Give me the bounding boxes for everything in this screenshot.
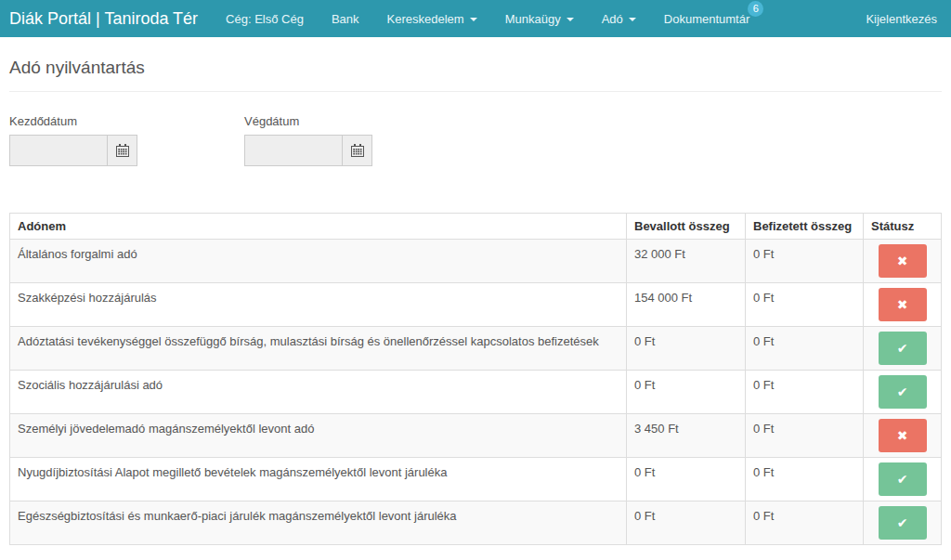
status-paid-button[interactable]: ✔: [879, 462, 927, 496]
declared-amount-cell: 32 000 Ft: [627, 240, 746, 283]
table-row: Szociális hozzájárulási adó 0 Ft 0 Ft ✔: [10, 371, 942, 414]
status-unpaid-button[interactable]: ✖: [879, 244, 927, 278]
divider: [9, 91, 942, 92]
end-date-input[interactable]: [244, 135, 343, 166]
nav-item-ceg-elso-ceg[interactable]: Cég: Első Cég: [226, 12, 304, 26]
declared-amount-cell: 0 Ft: [627, 371, 746, 414]
table-row: Személyi jövedelemadó magánszemélyektől …: [10, 414, 942, 458]
table-header-row: Adónem Bevallott összeg Befizetett össze…: [10, 214, 942, 240]
status-cell: ✖: [864, 240, 942, 283]
column-header-tax-name: Adónem: [10, 214, 627, 240]
notification-badge: 6: [748, 1, 763, 17]
declared-amount-cell: 3 450 Ft: [627, 414, 746, 458]
end-date-label: Végdátum: [244, 114, 372, 128]
date-filters: Kezdődátum: [9, 114, 942, 166]
paid-amount-cell: 0 Ft: [746, 327, 864, 371]
nav-item-label: Dokumentumtár: [664, 12, 749, 26]
declared-amount-cell: 0 Ft: [627, 458, 746, 501]
page-content: Adó nyilvántartás Kezdődátum: [0, 58, 951, 545]
status-paid-button[interactable]: ✔: [879, 375, 927, 409]
paid-amount-cell: 0 Ft: [746, 458, 864, 501]
calendar-icon: [116, 144, 129, 157]
status-cell: ✔: [864, 371, 942, 414]
table-row: Adóztatási tevékenységgel összefüggő bír…: [10, 327, 942, 371]
tax-name-cell: Személyi jövedelemadó magánszemélyektől …: [10, 414, 627, 458]
paid-amount-cell: 0 Ft: [746, 501, 864, 545]
page-title: Adó nyilvántartás: [9, 58, 942, 78]
column-header-paid-amount: Befizetett összeg: [746, 214, 864, 240]
tax-name-cell: Általános forgalmi adó: [10, 240, 627, 283]
tax-name-cell: Szakképzési hozzájárulás: [10, 283, 627, 327]
table-row: Nyugdíjbiztosítási Alapot megillető bevé…: [10, 458, 942, 501]
status-cell: ✔: [864, 501, 942, 545]
nav-item-ado[interactable]: Adó: [602, 12, 636, 26]
paid-amount-cell: 0 Ft: [746, 414, 864, 458]
status-cell: ✔: [864, 458, 942, 501]
status-paid-button[interactable]: ✔: [879, 506, 927, 540]
column-header-status: Státusz: [864, 214, 942, 240]
nav-item-munkaugy[interactable]: Munkaügy: [505, 12, 574, 26]
status-paid-button[interactable]: ✔: [879, 332, 927, 365]
tax-name-cell: Egészségbiztosítási és munkaerő-piaci já…: [10, 501, 627, 545]
status-unpaid-button[interactable]: ✖: [879, 419, 927, 452]
start-date-input[interactable]: [9, 135, 108, 166]
nav-item-label: Adó: [602, 12, 623, 26]
tax-table: Adónem Bevallott összeg Befizetett össze…: [9, 213, 942, 545]
start-date-filter: Kezdődátum: [9, 114, 137, 166]
start-date-label: Kezdődátum: [9, 114, 137, 128]
status-cell: ✖: [864, 283, 942, 327]
main-nav: Cég: Első Cég Bank Kereskedelem Munkaügy…: [226, 12, 749, 26]
declared-amount-cell: 0 Ft: [627, 501, 746, 545]
paid-amount-cell: 0 Ft: [746, 371, 864, 414]
column-header-declared-amount: Bevallott összeg: [627, 214, 746, 240]
end-date-input-group: [244, 135, 372, 166]
tax-name-cell: Szociális hozzájárulási adó: [10, 371, 627, 414]
table-row: Általános forgalmi adó 32 000 Ft 0 Ft ✖: [10, 240, 942, 283]
chevron-down-icon: [567, 18, 574, 21]
logout-link[interactable]: Kijelentkezés: [866, 12, 937, 26]
end-date-calendar-button[interactable]: [342, 135, 372, 166]
tax-name-cell: Nyugdíjbiztosítási Alapot megillető bevé…: [10, 458, 627, 501]
nav-item-label: Munkaügy: [505, 12, 561, 26]
nav-item-bank[interactable]: Bank: [332, 12, 359, 26]
table-row: Szakképzési hozzájárulás 154 000 Ft 0 Ft…: [10, 283, 942, 327]
nav-item-label: Cég: Első Cég: [226, 12, 304, 26]
top-navbar: Diák Portál | Taniroda Tér Cég: Első Cég…: [0, 0, 951, 37]
calendar-icon: [351, 144, 364, 157]
nav-item-kereskedelem[interactable]: Kereskedelem: [387, 12, 477, 26]
status-cell: ✔: [864, 327, 942, 371]
end-date-filter: Végdátum: [244, 114, 372, 166]
start-date-calendar-button[interactable]: [107, 135, 137, 166]
declared-amount-cell: 0 Ft: [627, 327, 746, 371]
nav-item-dokumentumtar[interactable]: Dokumentumtár6: [664, 12, 749, 26]
tax-name-cell: Adóztatási tevékenységgel összefüggő bír…: [10, 327, 627, 371]
status-cell: ✖: [864, 414, 942, 458]
chevron-down-icon: [629, 18, 636, 21]
status-unpaid-button[interactable]: ✖: [879, 288, 927, 321]
declared-amount-cell: 154 000 Ft: [627, 283, 746, 327]
start-date-input-group: [9, 135, 137, 166]
table-row: Egészségbiztosítási és munkaerő-piaci já…: [10, 501, 942, 545]
nav-item-label: Bank: [332, 12, 359, 26]
nav-item-label: Kereskedelem: [387, 12, 464, 26]
brand-link[interactable]: Diák Portál | Taniroda Tér: [9, 9, 198, 29]
paid-amount-cell: 0 Ft: [746, 283, 864, 327]
paid-amount-cell: 0 Ft: [746, 240, 864, 283]
chevron-down-icon: [470, 18, 477, 21]
